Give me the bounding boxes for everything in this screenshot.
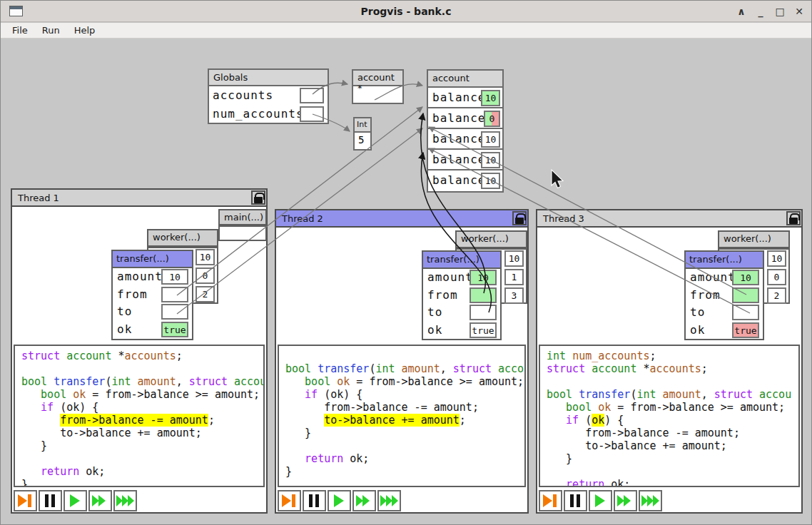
worker-param-box: 10 xyxy=(196,249,215,265)
fastest-button[interactable] xyxy=(377,490,401,511)
window-titlebar[interactable]: Progvis - bank.c ∧ _ □ ✕ xyxy=(1,1,811,22)
play-button[interactable] xyxy=(589,490,612,511)
int-box: Int 5 xyxy=(353,117,372,151)
run-to-next-button[interactable] xyxy=(539,490,562,511)
lock-button[interactable] xyxy=(786,211,801,225)
code-token xyxy=(21,465,41,478)
code-line: bool transfer(int amount, struct accou xyxy=(21,375,263,388)
worker-frame-header[interactable]: worker(...) xyxy=(455,230,527,248)
lock-button[interactable] xyxy=(251,190,265,205)
code-token: from->balance -= amount; xyxy=(285,401,479,414)
thread-titlebar[interactable]: Thread 1 xyxy=(12,190,266,207)
code-token xyxy=(753,388,759,401)
fast-forward-button[interactable] xyxy=(88,490,112,511)
account-array-header[interactable]: account xyxy=(428,71,502,88)
code-token: int xyxy=(636,388,656,401)
code-token xyxy=(566,350,572,362)
code-token: to->balance += amount xyxy=(324,414,460,427)
run-to-next-button[interactable] xyxy=(14,490,37,511)
transfer-frame-header[interactable]: transfer(...) xyxy=(686,252,763,269)
pause-button[interactable] xyxy=(564,490,587,511)
account-row: balance10 xyxy=(428,88,502,108)
code-token: bool xyxy=(285,362,311,375)
account-array-box: account balance10balance0balance10balanc… xyxy=(427,69,504,193)
code-token: from->balance -= amount xyxy=(60,414,208,427)
code-token xyxy=(547,478,566,487)
code-token: ok; xyxy=(343,452,369,465)
int-box-header[interactable]: Int xyxy=(355,118,370,133)
code-token xyxy=(592,401,598,414)
code-token: return xyxy=(41,465,79,478)
code-token: return xyxy=(305,452,343,465)
menubar: File Run Help xyxy=(1,23,811,39)
code-token xyxy=(228,375,234,388)
menu-run[interactable]: Run xyxy=(35,24,67,37)
app-icon xyxy=(9,6,23,16)
close-button[interactable]: ✕ xyxy=(793,6,806,17)
transfer-frame-header[interactable]: transfer(...) xyxy=(423,252,500,269)
play-button[interactable] xyxy=(64,490,87,511)
code-token: struct xyxy=(453,362,492,375)
shade-button[interactable]: ∧ xyxy=(735,6,748,17)
variable-name: num_accounts xyxy=(213,107,304,121)
code-line: struct account *accounts; xyxy=(547,362,798,375)
code-token: ; xyxy=(650,350,656,362)
source-code-panel: int num_accounts;struct account *account… xyxy=(539,345,800,487)
code-token: ; xyxy=(701,362,708,375)
main-frame-header[interactable]: main(...) xyxy=(218,209,267,225)
variable-value-box: 10 xyxy=(161,269,188,285)
code-token: ok xyxy=(337,375,350,388)
thread-title: Thread 1 xyxy=(18,193,59,203)
lock-button[interactable] xyxy=(512,211,527,225)
code-token xyxy=(395,362,402,375)
pause-button[interactable] xyxy=(303,490,326,511)
thread-window-1: Thread 1main(...)worker(...)1002transfer… xyxy=(11,188,268,514)
account-row: balance10 xyxy=(428,150,502,170)
code-line: to->balance += amount; xyxy=(21,427,263,439)
code-token xyxy=(585,362,592,375)
code-token: , xyxy=(440,362,453,375)
code-token xyxy=(285,375,305,388)
code-line: return ok; xyxy=(547,478,798,487)
thread-window-2: Thread 2worker(...)1013transfer(...)amou… xyxy=(275,209,529,514)
maximize-button[interactable]: □ xyxy=(773,6,786,17)
code-token: ; xyxy=(176,350,183,362)
pause-button[interactable] xyxy=(39,490,62,511)
thread-titlebar[interactable]: Thread 3 xyxy=(537,210,801,228)
field-name: balance xyxy=(432,91,485,104)
fastest-button[interactable] xyxy=(639,490,662,511)
code-line: } xyxy=(285,427,524,439)
menu-help[interactable]: Help xyxy=(67,24,103,37)
account-rows: balance10balance0balance10balance10balan… xyxy=(428,88,502,191)
fast-forward-button[interactable] xyxy=(614,490,637,511)
account-pointer-header[interactable]: account * xyxy=(353,71,402,86)
code-token: ok; xyxy=(79,465,105,478)
code-line: bool transfer(int amount, struct accou xyxy=(547,388,798,401)
transfer-var-row-ok: oktrue xyxy=(423,322,500,340)
worker-frame-header[interactable]: worker(...) xyxy=(718,230,790,248)
transfer-frame: transfer(...)amount10fromtooktrue xyxy=(111,250,193,340)
lock-icon xyxy=(789,218,798,224)
code-line xyxy=(547,375,798,388)
menu-file[interactable]: File xyxy=(5,24,35,37)
main-frame-value-box xyxy=(218,225,267,241)
code-token: to->balance += amount; xyxy=(21,427,202,439)
playback-controls xyxy=(539,490,662,511)
code-token: return xyxy=(566,478,604,487)
int-value: 5 xyxy=(355,133,370,149)
globals-box-header[interactable]: Globals xyxy=(209,70,328,86)
thread-titlebar[interactable]: Thread 2 xyxy=(276,210,527,228)
code-token: ok; xyxy=(604,478,630,487)
fastest-button[interactable] xyxy=(113,490,137,511)
variable-value-box xyxy=(161,304,188,320)
minimize-button[interactable]: _ xyxy=(754,6,767,17)
code-token: from->balance -= amount; xyxy=(547,427,740,439)
worker-frame-header[interactable]: worker(...) xyxy=(147,229,218,247)
run-to-next-button[interactable] xyxy=(278,490,301,511)
fast-forward-button[interactable] xyxy=(352,490,376,511)
code-token: } xyxy=(21,439,47,452)
variable-name: to xyxy=(690,305,705,319)
play-button[interactable] xyxy=(328,490,351,511)
transfer-frame-header[interactable]: transfer(...) xyxy=(113,251,192,268)
variable-name: ok xyxy=(117,322,132,336)
